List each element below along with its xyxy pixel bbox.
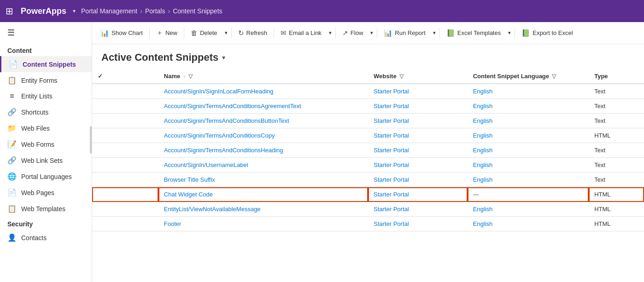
row-website-link-6[interactable]: Starter Portal	[374, 176, 409, 183]
row-name-5[interactable]: Account/SignIn/UsernameLabel	[158, 158, 368, 173]
row-check-6[interactable]	[92, 173, 158, 187]
row-website-8[interactable]: Starter Portal	[368, 202, 468, 217]
row-name-4[interactable]: Account/Signin/TermsAndConditionsHeading	[158, 143, 368, 158]
row-name-link-3[interactable]: Account/Signin/TermsAndConditionsCopy	[164, 132, 275, 139]
row-website-link-3[interactable]: Starter Portal	[374, 132, 409, 139]
sidebar-item-entity-lists[interactable]: ≡ Entity Lists	[0, 88, 92, 104]
website-filter-icon[interactable]: ▽	[399, 73, 404, 80]
row-language-link-5[interactable]: English	[473, 161, 493, 168]
row-language-link-0[interactable]: English	[473, 88, 493, 95]
row-language-1[interactable]: English	[468, 99, 589, 114]
row-name-link-1[interactable]: Account/Signin/TermsAndConditionsAgreeme…	[164, 103, 301, 109]
flow-button[interactable]: ↗ Flow	[338, 26, 368, 40]
row-website-link-8[interactable]: Starter Portal	[374, 206, 409, 213]
app-chevron-icon[interactable]: ▾	[73, 8, 76, 14]
row-language-link-9[interactable]: English	[473, 220, 493, 227]
row-check-8[interactable]	[92, 202, 158, 217]
row-language-link-8[interactable]: English	[473, 206, 493, 213]
report-chevron[interactable]: ▾	[431, 27, 438, 39]
row-name-8[interactable]: EntityList/ViewNotAvailableMessage	[158, 202, 368, 217]
export-to-excel-button[interactable]: 📗 Export to Excel	[517, 26, 577, 40]
delete-button[interactable]: 🗑 Delete	[186, 26, 222, 40]
email-link-button[interactable]: ✉ Email a Link	[276, 26, 326, 40]
row-website-link-7[interactable]: Starter Portal	[374, 191, 409, 198]
sidebar-scrollbar[interactable]	[90, 126, 92, 154]
row-website-link-1[interactable]: Starter Portal	[374, 103, 409, 109]
row-check-2[interactable]	[92, 114, 158, 128]
row-website-link-0[interactable]: Starter Portal	[374, 88, 409, 95]
row-website-5[interactable]: Starter Portal	[368, 158, 468, 173]
row-name-link-8[interactable]: EntityList/ViewNotAvailableMessage	[164, 206, 261, 213]
row-name-link-2[interactable]: Account/Signin/TermsAndConditionsButtonT…	[164, 117, 289, 124]
row-language-2[interactable]: English	[468, 114, 589, 128]
sidebar-item-web-forms[interactable]: 📝 Web Forms	[0, 136, 92, 152]
row-name-2[interactable]: Account/Signin/TermsAndConditionsButtonT…	[158, 114, 368, 128]
row-website-6[interactable]: Starter Portal	[368, 173, 468, 187]
sidebar-item-web-files[interactable]: 📁 Web Files	[0, 120, 92, 136]
sidebar-item-shortcuts[interactable]: 🔗 Shortcuts	[0, 104, 92, 120]
row-language-6[interactable]: English	[468, 173, 589, 187]
row-website-1[interactable]: Starter Portal	[368, 99, 468, 114]
row-language-link-1[interactable]: English	[473, 103, 493, 109]
language-filter-icon[interactable]: ▽	[552, 73, 556, 80]
name-filter-icon[interactable]: ▽	[188, 73, 193, 80]
refresh-button[interactable]: ↻ Refresh	[234, 26, 272, 40]
row-check-3[interactable]	[92, 128, 158, 143]
row-language-4[interactable]: English	[468, 143, 589, 158]
excel-templates-chevron[interactable]: ▾	[506, 27, 513, 39]
app-name[interactable]: PowerApps	[21, 6, 66, 16]
run-report-button[interactable]: 📊 Run Report	[379, 26, 430, 40]
row-language-7[interactable]: ---	[468, 187, 589, 202]
row-name-9[interactable]: Footer	[158, 217, 368, 231]
row-check-9[interactable]	[92, 217, 158, 231]
new-button[interactable]: ＋ New	[152, 26, 182, 40]
sidebar-item-content-snippets[interactable]: 📄 Content Snippets	[0, 56, 92, 72]
row-language-link-3[interactable]: English	[473, 132, 493, 139]
sidebar-item-web-link-sets[interactable]: 🔗 Web Link Sets	[0, 152, 92, 168]
row-language-0[interactable]: English	[468, 84, 589, 99]
row-website-link-4[interactable]: Starter Portal	[374, 147, 409, 154]
email-chevron[interactable]: ▾	[327, 27, 334, 39]
row-name-link-0[interactable]: Account/SignIn/SignInLocalFormHeading	[164, 88, 274, 95]
row-language-link-2[interactable]: English	[473, 117, 493, 124]
row-check-7[interactable]	[92, 187, 158, 202]
row-name-link-4[interactable]: Account/Signin/TermsAndConditionsHeading	[164, 147, 283, 154]
sidebar-item-web-templates[interactable]: 📋 Web Templates	[0, 201, 92, 217]
grid-menu-icon[interactable]: ⊞	[6, 6, 13, 17]
row-language-5[interactable]: English	[468, 158, 589, 173]
delete-chevron[interactable]: ▾	[223, 27, 229, 39]
row-name-link-6[interactable]: Browser Title Suffix	[164, 176, 215, 183]
row-check-5[interactable]	[92, 158, 158, 173]
row-name-link-9[interactable]: Footer	[164, 220, 181, 227]
row-language-9[interactable]: English	[468, 217, 589, 231]
show-chart-button[interactable]: 📊 Show Chart	[96, 26, 147, 40]
sidebar-item-contacts[interactable]: 👤 Contacts	[0, 230, 92, 246]
row-name-6[interactable]: Browser Title Suffix	[158, 173, 368, 187]
sidebar-item-portal-languages[interactable]: 🌐 Portal Languages	[0, 168, 92, 184]
row-language-link-4[interactable]: English	[473, 147, 493, 154]
row-name-link-5[interactable]: Account/SignIn/UsernameLabel	[164, 161, 248, 168]
row-website-2[interactable]: Starter Portal	[368, 114, 468, 128]
row-website-7[interactable]: Starter Portal	[368, 187, 468, 202]
excel-templates-button[interactable]: 📗 Excel Templates	[442, 26, 505, 40]
row-check-4[interactable]	[92, 143, 158, 158]
row-language-8[interactable]: English	[468, 202, 589, 217]
row-name-7[interactable]: Chat Widget Code	[158, 187, 368, 202]
row-language-3[interactable]: English	[468, 128, 589, 143]
row-check-1[interactable]	[92, 99, 158, 114]
sidebar-item-entity-forms[interactable]: 📋 Entity Forms	[0, 72, 92, 88]
row-check-0[interactable]	[92, 84, 158, 99]
row-name-3[interactable]: Account/Signin/TermsAndConditionsCopy	[158, 128, 368, 143]
sidebar-hamburger-icon[interactable]: ☰	[0, 22, 92, 43]
row-website-9[interactable]: Starter Portal	[368, 217, 468, 231]
row-name-1[interactable]: Account/Signin/TermsAndConditionsAgreeme…	[158, 99, 368, 114]
flow-chevron[interactable]: ▾	[369, 27, 375, 39]
name-sort-icon[interactable]: ↑	[183, 74, 186, 79]
row-website-link-2[interactable]: Starter Portal	[374, 117, 409, 124]
row-website-link-9[interactable]: Starter Portal	[374, 220, 409, 227]
row-language-link-6[interactable]: English	[473, 176, 493, 183]
sidebar-item-web-pages[interactable]: 📄 Web Pages	[0, 184, 92, 201]
row-website-0[interactable]: Starter Portal	[368, 84, 468, 99]
row-website-link-5[interactable]: Starter Portal	[374, 161, 409, 168]
row-website-4[interactable]: Starter Portal	[368, 143, 468, 158]
